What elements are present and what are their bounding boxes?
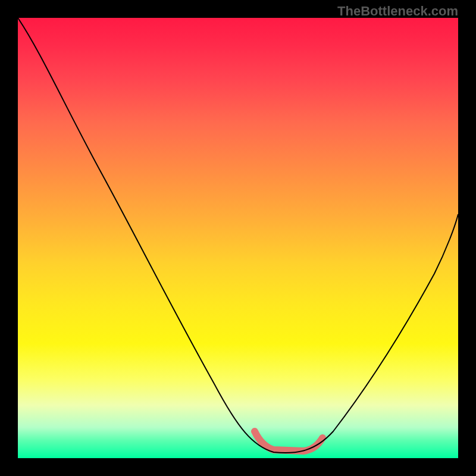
chart-svg <box>18 18 458 458</box>
watermark-text: TheBottleneck.com <box>337 4 458 19</box>
bottleneck-curve <box>18 18 458 453</box>
